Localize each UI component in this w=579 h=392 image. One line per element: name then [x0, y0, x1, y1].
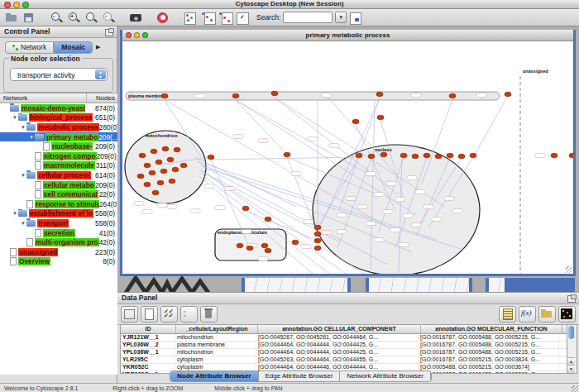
node-label-box[interactable]: [337, 213, 347, 218]
node[interactable]: [271, 91, 278, 96]
open-folder-icon[interactable]: [5, 12, 19, 24]
node-label-box[interactable]: [346, 197, 356, 201]
expand-arrow-icon[interactable]: ▼: [12, 211, 18, 216]
node[interactable]: [137, 174, 144, 179]
tree-row[interactable]: response to stimulu264(0): [0, 199, 117, 209]
node-label-box[interactable]: [535, 154, 545, 158]
node-color-dropdown[interactable]: transporter activity ▲▼: [10, 68, 108, 81]
node[interactable]: [172, 167, 179, 172]
node-label-box[interactable]: [157, 203, 167, 208]
edge[interactable]: [195, 157, 296, 207]
tree-row[interactable]: Overview8(0): [0, 257, 117, 267]
network-view-window[interactable]: primary metabolic process plasma membran…: [120, 30, 576, 276]
node-label-box[interactable]: [403, 214, 413, 218]
table-row[interactable]: YLR295Ccytoplasm[GO:0045263, GO:0044464,…: [121, 356, 567, 364]
node-label-box[interactable]: [374, 193, 384, 197]
node[interactable]: [368, 154, 375, 159]
network-overview-icon[interactable]: [184, 12, 198, 24]
save-icon[interactable]: [22, 12, 36, 24]
node-label-box[interactable]: [390, 228, 400, 232]
node[interactable]: [139, 153, 146, 158]
node[interactable]: [352, 119, 359, 124]
node[interactable]: [458, 154, 465, 159]
tree-row[interactable]: macromolecule311(0): [0, 161, 117, 171]
node[interactable]: [161, 93, 168, 98]
matrix-view-icon[interactable]: [558, 306, 576, 323]
node-label-box[interactable]: [134, 202, 144, 206]
node-label-box[interactable]: [411, 223, 421, 227]
search-dropdown-arrow-icon[interactable]: ▼: [335, 12, 347, 23]
node-label-box[interactable]: [233, 135, 243, 139]
zoom-in-icon[interactable]: +: [67, 12, 81, 24]
table-row[interactable]: YPL036W__2plasma membrane[GO:0044464, GO…: [121, 342, 567, 349]
tree-row[interactable]: cellular metabo209(0): [0, 180, 117, 190]
node[interactable]: [470, 153, 476, 158]
tab-edge-attribute-browser[interactable]: Edge Attribute Browser: [259, 371, 341, 381]
zoom-selected-icon[interactable]: [84, 12, 98, 24]
annotation-document-icon[interactable]: ✓: [236, 12, 250, 24]
node-label-box[interactable]: [382, 210, 392, 214]
expand-arrow-icon[interactable]: ▼: [20, 221, 26, 226]
tree-row[interactable]: multi-organism pro42(0): [0, 237, 117, 247]
node[interactable]: [377, 115, 384, 120]
node[interactable]: [151, 149, 157, 154]
tree-row[interactable]: ▼establishment of lo558(0): [0, 209, 117, 219]
attribute-table-header[interactable]: ID_cellularLayoutRegionannotation.GO CEL…: [121, 325, 567, 334]
float-panel-icon[interactable]: [105, 29, 113, 36]
node-label-box[interactable]: [452, 209, 462, 213]
tab-network[interactable]: Network: [5, 41, 54, 54]
node[interactable]: [144, 182, 151, 187]
node[interactable]: [449, 93, 456, 98]
tree-row[interactable]: ▼metabolic process280(0): [0, 122, 117, 132]
tab-mosaic[interactable]: Mosaic: [54, 41, 93, 54]
node[interactable]: [435, 154, 442, 159]
tree-row[interactable]: ▼biological_process651(0): [0, 113, 117, 123]
node[interactable]: [376, 92, 383, 97]
node-label-box[interactable]: [322, 231, 332, 235]
snapshot-camera-icon[interactable]: [129, 12, 143, 24]
node-label-box[interactable]: [291, 172, 301, 176]
node-label-box[interactable]: [304, 220, 313, 224]
node-label-box[interactable]: [366, 222, 376, 226]
node[interactable]: [314, 232, 321, 237]
node-label-box[interactable]: [301, 245, 311, 249]
node[interactable]: [356, 153, 362, 158]
node-label-box[interactable]: [432, 218, 442, 222]
node[interactable]: [314, 225, 321, 230]
node[interactable]: [314, 238, 321, 243]
node-label-box[interactable]: [476, 93, 486, 98]
node-label-box[interactable]: [142, 210, 152, 214]
edge[interactable]: [473, 96, 508, 157]
select-attributes-icon[interactable]: [121, 306, 138, 323]
node-label-box[interactable]: [308, 137, 318, 141]
node-label-box[interactable]: [407, 176, 417, 180]
tree-column-nodes[interactable]: Nodes: [87, 93, 117, 103]
node-label-box[interactable]: [167, 205, 177, 209]
node[interactable]: [208, 155, 214, 160]
tree-row[interactable]: unassigned223(0): [0, 247, 117, 257]
node-label-box[interactable]: [195, 94, 205, 98]
node[interactable]: [423, 153, 430, 158]
node-label-box[interactable]: [366, 172, 376, 176]
tree-row[interactable]: cell communicat22(0): [0, 189, 117, 199]
tree-row[interactable]: secretion41(0): [0, 228, 117, 238]
node-label-box[interactable]: [399, 243, 409, 247]
node[interactable]: [157, 180, 164, 185]
node[interactable]: [400, 153, 407, 158]
table-column-header[interactable]: _cellularLayoutRegion: [176, 325, 258, 333]
scrollbar-thumb[interactable]: [568, 326, 574, 339]
attribute-table[interactable]: ID_cellularLayoutRegionannotation.GO CEL…: [120, 324, 567, 374]
node-label-box[interactable]: [386, 182, 396, 186]
node-label-box[interactable]: [225, 187, 235, 191]
import-attributes-folder-icon[interactable]: [538, 306, 556, 323]
node-label-box[interactable]: [258, 257, 268, 261]
create-new-attribute-icon[interactable]: [141, 306, 158, 323]
tree-column-network[interactable]: Network: [0, 93, 87, 103]
node-label-box[interactable]: [204, 184, 214, 189]
table-column-header[interactable]: annotation.GO MOLECULAR_FUNCTION: [421, 325, 562, 333]
annotation-notes-icon[interactable]: [499, 306, 516, 323]
node[interactable]: [232, 93, 239, 98]
node[interactable]: [314, 246, 321, 251]
expand-arrow-icon[interactable]: ▼: [20, 125, 26, 130]
node[interactable]: [156, 160, 162, 165]
